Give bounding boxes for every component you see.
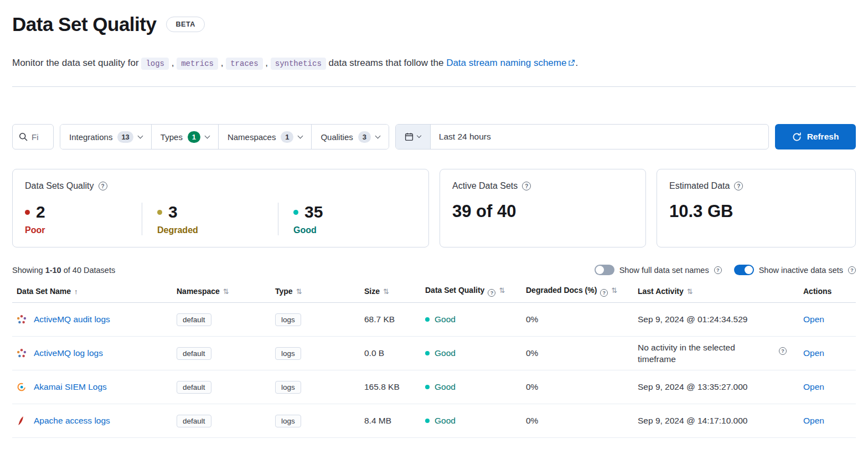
refresh-button[interactable]: Refresh — [775, 124, 856, 149]
code-chip-logs: logs — [141, 58, 169, 70]
namespace-badge: default — [177, 415, 211, 427]
dataset-name-link[interactable]: ActiveMQ log logs — [34, 348, 103, 358]
good-count: 35 — [304, 203, 323, 221]
degraded-label[interactable]: Degraded — [157, 225, 278, 235]
table-meta: Showing 1-10 of 40 Datasets Show full da… — [12, 265, 856, 275]
chevron-down-icon — [417, 133, 421, 138]
date-picker-quick-menu-button[interactable] — [396, 125, 431, 149]
degraded-dot-icon — [157, 210, 162, 215]
col-actions: Actions — [799, 280, 856, 303]
table-row: Akamai SIEM Logs default logs 165.8 KB G… — [12, 370, 856, 404]
card-title: Data Sets Quality — [25, 181, 94, 191]
show-inactive-switch[interactable] — [734, 265, 754, 275]
info-icon[interactable]: ? — [779, 347, 787, 355]
info-icon[interactable]: ? — [714, 266, 722, 274]
integrations-filter-button[interactable]: Integrations 13 — [60, 125, 152, 149]
toggle-show-full-names[interactable]: Show full data set names ? — [595, 265, 722, 275]
namespace-badge: default — [177, 381, 211, 394]
showing-range: 1-10 — [45, 266, 61, 275]
info-icon[interactable]: ? — [734, 182, 743, 190]
info-icon[interactable]: ? — [522, 182, 531, 190]
search-box[interactable] — [12, 124, 54, 149]
summary-cards: Data Sets Quality ? 2 Poor 3 Degraded 35… — [12, 169, 856, 247]
search-input[interactable] — [32, 132, 53, 142]
info-icon[interactable]: ? — [848, 266, 856, 274]
table-header-row: Data Set Name↑ Namespace⇅ Type⇅ Size⇅ Da… — [12, 280, 856, 303]
namespaces-filter-button[interactable]: Namespaces 1 — [219, 125, 312, 149]
col-data-set-quality[interactable]: Data Set Quality?⇅ — [421, 280, 521, 303]
toggle-show-inactive[interactable]: Show inactive data sets ? — [734, 265, 856, 275]
degraded-docs-value: 0% — [526, 314, 538, 324]
sort-asc-icon: ↑ — [74, 287, 78, 296]
degraded-docs-value: 0% — [526, 382, 538, 391]
size-value: 8.4 MB — [364, 416, 391, 425]
naming-scheme-link[interactable]: Data stream naming scheme — [446, 58, 566, 68]
open-link[interactable]: Open — [803, 416, 824, 425]
activemq-icon — [17, 348, 27, 358]
toggle-label: Show inactive data sets — [759, 266, 843, 275]
datasets-quality-card: Data Sets Quality ? 2 Poor 3 Degraded 35… — [12, 169, 429, 247]
chevron-down-icon — [375, 133, 380, 138]
info-icon[interactable]: ? — [488, 289, 495, 297]
filter-label: Namespaces — [228, 132, 276, 142]
stat-degraded: 3 Degraded — [142, 203, 278, 235]
dataset-name-link[interactable]: ActiveMQ audit logs — [34, 314, 110, 324]
code-chip-traces: traces — [226, 58, 262, 70]
degraded-docs-value: 0% — [526, 416, 538, 425]
open-link[interactable]: Open — [803, 382, 824, 391]
open-link[interactable]: Open — [803, 314, 824, 324]
col-data-set-name[interactable]: Data Set Name↑ — [12, 280, 172, 303]
col-degraded-docs[interactable]: Degraded Docs (%)?⇅ — [521, 280, 633, 303]
quality-dot-icon — [425, 317, 430, 322]
calendar-icon — [405, 132, 414, 141]
last-activity-value: Sep 9, 2024 @ 01:24:34.529 — [638, 314, 747, 324]
filter-label: Types — [161, 132, 183, 142]
quality-dot-icon — [425, 385, 430, 389]
integrations-count-badge: 13 — [117, 131, 133, 143]
last-activity-value: No activity in the selected timeframe — [638, 342, 764, 365]
chevron-down-icon — [204, 133, 210, 138]
estimated-data-card: Estimated Data ? 10.3 GB — [657, 169, 856, 247]
col-size[interactable]: Size⇅ — [360, 280, 421, 303]
show-full-names-switch[interactable] — [595, 265, 614, 275]
col-type[interactable]: Type⇅ — [271, 280, 360, 303]
chevron-down-icon — [298, 133, 303, 138]
sort-icon: ⇅ — [687, 287, 693, 296]
intro-suffix: . — [575, 58, 578, 68]
quality-dot-icon — [425, 419, 430, 423]
dataset-name-link[interactable]: Akamai SIEM Logs — [34, 382, 107, 392]
info-icon[interactable]: ? — [99, 182, 107, 190]
poor-count: 2 — [36, 203, 45, 221]
akamai-icon — [17, 382, 27, 392]
time-range-display[interactable]: Last 24 hours — [431, 132, 499, 142]
size-value: 0.0 B — [364, 348, 384, 358]
card-title: Active Data Sets — [452, 181, 518, 191]
open-link[interactable]: Open — [803, 348, 824, 358]
namespaces-count-badge: 1 — [281, 131, 293, 143]
filter-label: Qualities — [321, 132, 353, 142]
intro-prefix: Monitor the data set quality for — [12, 58, 141, 68]
last-activity-value: Sep 9, 2024 @ 13:35:27.000 — [638, 382, 747, 391]
table-row: ActiveMQ audit logs default logs 68.7 KB… — [12, 303, 856, 337]
type-badge: logs — [275, 415, 301, 427]
namespace-badge: default — [177, 313, 211, 326]
types-filter-button[interactable]: Types 1 — [152, 125, 219, 149]
stat-poor: 2 Poor — [25, 203, 142, 235]
col-last-activity[interactable]: Last Activity⇅ — [633, 280, 799, 303]
date-picker: Last 24 hours — [395, 124, 769, 149]
sort-icon: ⇅ — [296, 287, 302, 296]
dataset-name-link[interactable]: Apache access logs — [34, 416, 110, 426]
sort-icon: ⇅ — [383, 287, 389, 296]
activemq-icon — [17, 314, 27, 324]
table-row: Apache access logs default logs 8.4 MB G… — [12, 404, 856, 438]
type-badge: logs — [275, 313, 301, 326]
qualities-filter-button[interactable]: Qualities 3 — [312, 125, 388, 149]
good-label[interactable]: Good — [293, 225, 323, 235]
size-value: 165.8 KB — [364, 382, 400, 391]
card-title: Estimated Data — [669, 181, 730, 191]
col-namespace[interactable]: Namespace⇅ — [172, 280, 271, 303]
poor-label[interactable]: Poor — [25, 225, 142, 235]
info-icon[interactable]: ? — [600, 289, 608, 297]
degraded-count: 3 — [168, 203, 178, 221]
last-activity-value: Sep 9, 2024 @ 14:17:10.000 — [638, 416, 747, 425]
